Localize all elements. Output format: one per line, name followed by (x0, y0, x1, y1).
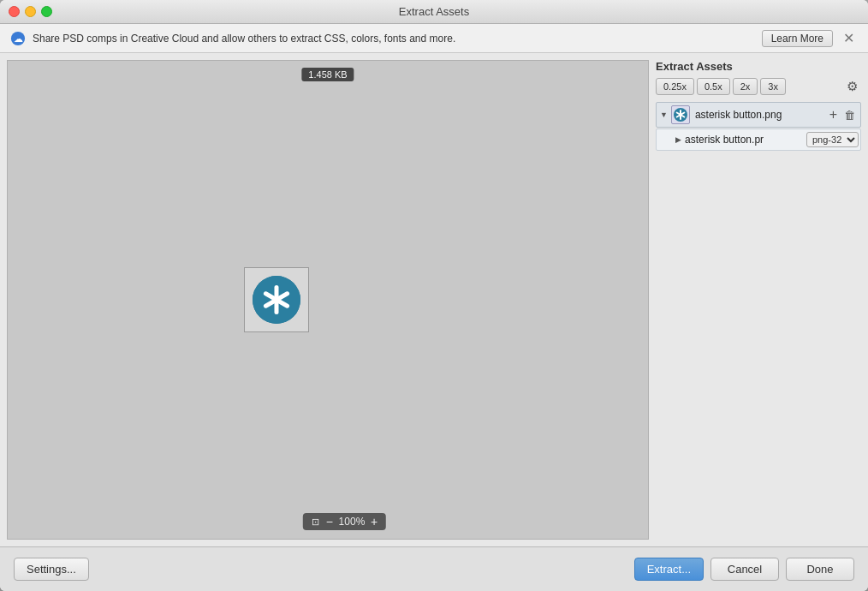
zoom-level-label: 100% (338, 516, 366, 528)
asterisk-image (251, 274, 302, 325)
scale-025x-button[interactable]: 0.25x (656, 78, 694, 95)
window-title: Extract Assets (399, 5, 469, 18)
asset-thumbnail (671, 105, 690, 124)
title-bar: Extract Assets (0, 0, 868, 24)
scale-buttons-row: 0.25x 0.5x 2x 3x ⚙ (656, 78, 861, 95)
asset-format-select[interactable]: png-32 png-8 jpg gif svg (806, 132, 859, 147)
main-content: 1.458 KB (0, 53, 868, 546)
banner: ☁ Share PSD comps in Creative Cloud and … (0, 24, 868, 53)
minimize-button[interactable] (25, 6, 36, 17)
canvas-area: 1.458 KB (7, 60, 649, 540)
maximize-button[interactable] (41, 6, 52, 17)
asset-row-main: ▼ asteri (656, 102, 861, 128)
asset-main-name: asterisk button.png (695, 109, 826, 121)
scale-3x-button[interactable]: 3x (760, 78, 786, 95)
extract-button[interactable]: Extract... (634, 558, 704, 581)
asset-chevron-down-button[interactable]: ▼ (658, 110, 669, 119)
zoom-controls: ⊡ − 100% + (303, 513, 386, 530)
banner-text: Share PSD comps in Creative Cloud and al… (33, 33, 755, 45)
asset-add-button[interactable]: + (826, 108, 841, 122)
bottom-bar: Settings... Extract... Cancel Done (0, 546, 868, 591)
cancel-button[interactable]: Cancel (710, 558, 779, 581)
window: Extract Assets ☁ Share PSD comps in Crea… (0, 0, 868, 591)
settings-button[interactable]: Settings... (14, 558, 89, 581)
asset-sub-name: asterisk button.pr (685, 134, 806, 146)
title-bar-buttons (9, 6, 52, 17)
file-size-label: 1.458 KB (301, 68, 354, 81)
svg-text:☁: ☁ (14, 33, 23, 43)
scale-05x-button[interactable]: 0.5x (697, 78, 730, 95)
zoom-in-button[interactable]: + (369, 516, 379, 528)
panel-title: Extract Assets (656, 60, 861, 73)
asset-row-sub: ▶ asterisk button.pr png-32 png-8 jpg gi… (656, 128, 861, 151)
scale-2x-button[interactable]: 2x (733, 78, 758, 95)
fit-zoom-button[interactable]: ⊡ (310, 516, 321, 528)
close-button[interactable] (9, 6, 20, 17)
asset-delete-button[interactable]: 🗑 (841, 110, 859, 121)
right-panel: Extract Assets 0.25x 0.5x 2x 3x ⚙ ▼ (656, 53, 868, 546)
image-frame (244, 267, 309, 332)
panel-settings-gear-button[interactable]: ⚙ (843, 79, 861, 94)
asset-sub-chevron-button[interactable]: ▶ (674, 135, 683, 144)
close-banner-button[interactable]: ✕ (840, 32, 858, 45)
zoom-out-button[interactable]: − (324, 516, 335, 528)
learn-more-button[interactable]: Learn More (762, 30, 833, 47)
cloud-icon: ☁ (10, 31, 26, 46)
canvas-image-area (244, 267, 309, 332)
done-button[interactable]: Done (786, 558, 854, 581)
